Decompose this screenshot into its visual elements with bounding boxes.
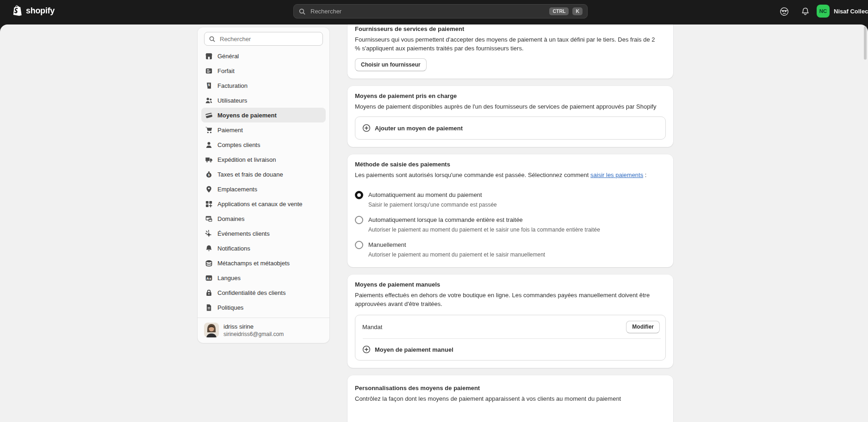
- manual-methods-card: Moyens de paiement manuels Paiements eff…: [347, 275, 673, 368]
- option-sublabel: Saisir le paiement lorsqu'une commande e…: [368, 201, 497, 209]
- add-payment-method-label: Ajouter un moyen de paiement: [375, 125, 463, 132]
- sidebar-item-metachamps-et-metaobjets[interactable]: Métachamps et métaobjets: [201, 256, 326, 270]
- billing-icon: $: [205, 82, 213, 90]
- sidebar-item-general[interactable]: Général: [201, 49, 326, 63]
- customizations-card: Personnalisations des moyens de paiement…: [347, 375, 673, 422]
- current-user-block: idriss sirine sirineidriss6@gmail.com: [198, 318, 329, 343]
- providers-description: Fournisseurs qui vous permettent d'accep…: [355, 35, 660, 53]
- sidebar-item-expedition-et-livraison[interactable]: Expédition et livraison: [201, 152, 326, 167]
- radio-button[interactable]: [355, 216, 363, 224]
- add-manual-method-row[interactable]: Moyen de paiement manuel: [355, 339, 665, 360]
- user-email: sirineidriss6@gmail.com: [223, 331, 284, 337]
- option-label: Automatiquement au moment du paiement: [368, 190, 497, 200]
- sidebar-item-paiement[interactable]: Paiement: [201, 122, 326, 137]
- policies-icon: [205, 304, 213, 312]
- choose-provider-button[interactable]: Choisir un fournisseur: [355, 58, 427, 71]
- capture-option-2: Automatiquement lorsque la commande enti…: [355, 215, 666, 234]
- payment-capture-card: Méthode de saisie des paiements Les paie…: [347, 154, 673, 267]
- settings-search-input[interactable]: [219, 35, 318, 43]
- svg-text:$: $: [208, 173, 210, 177]
- global-search-bar[interactable]: CTRL K: [293, 4, 588, 18]
- sidebar-nav: GénéralForfait$FacturationUtilisateursMo…: [198, 49, 329, 318]
- settings-modal: GénéralForfait$FacturationUtilisateursMo…: [0, 24, 868, 422]
- search-icon: [298, 8, 306, 15]
- supported-description: Moyens de paiement disponibles auprès de…: [355, 102, 660, 111]
- customer-account-icon: [205, 141, 213, 149]
- sidebar-item-comptes-clients[interactable]: Comptes clients: [201, 137, 326, 152]
- capture-option-3: ManuellementAutoriser le paiement au mom…: [355, 240, 666, 259]
- customer-events-icon: [205, 230, 213, 238]
- option-label: Manuellement: [368, 240, 545, 250]
- store-account-chip[interactable]: NC Nisaf Collecti: [817, 5, 868, 18]
- shortcut-k-key: K: [572, 7, 583, 15]
- users-icon: [205, 97, 213, 104]
- sidebar-item-domaines[interactable]: Domaines: [201, 211, 326, 226]
- option-sublabel: Autoriser le paiement au moment du paiem…: [368, 251, 545, 259]
- search-icon: [209, 36, 216, 43]
- capture-options-group: Automatiquement au moment du paiementSai…: [355, 190, 666, 260]
- shortcut-ctrl-key: CTRL: [549, 7, 569, 15]
- customizations-description: Contrôlez la façon dont les moyens de pa…: [355, 394, 660, 403]
- svg-text:a: a: [210, 276, 211, 280]
- sidebar-item-evenements-clients[interactable]: Événements clients: [201, 226, 326, 241]
- radio-button[interactable]: [355, 241, 363, 249]
- providers-title: Fournisseurs de services de paiement: [355, 25, 666, 32]
- vertical-scrollbar[interactable]: [864, 26, 867, 60]
- shopify-logo[interactable]: shopify: [12, 5, 55, 17]
- sidebar-item-forfait[interactable]: Forfait: [201, 63, 326, 78]
- sidebar-item-emplacements[interactable]: Emplacements: [201, 182, 326, 196]
- apps-icon: [205, 200, 213, 208]
- sidebar-item-facturation[interactable]: $Facturation: [201, 78, 326, 93]
- manual-method-name: Mandat: [362, 324, 382, 330]
- sidebar-item-taxes-et-frais-de-douane[interactable]: $Taxes et frais de douane: [201, 167, 326, 182]
- capture-payments-link[interactable]: saisir les paiements: [590, 171, 643, 178]
- sidebar-item-confidentialite-des-clients[interactable]: Confidentialité des clients: [201, 285, 326, 300]
- sidebar-item-moyens-de-paiement[interactable]: Moyens de paiement: [201, 108, 326, 122]
- plus-circle-icon: [362, 124, 371, 132]
- languages-icon: Aa: [205, 274, 213, 282]
- payment-providers-card: Fournisseurs de services de paiement Fou…: [347, 24, 673, 79]
- sidebar-item-politiques[interactable]: Politiques: [201, 300, 326, 315]
- capture-option-1: Automatiquement au moment du paiementSai…: [355, 190, 666, 209]
- capture-description: Les paiements sont autorisés lorsqu'une …: [355, 171, 660, 179]
- supported-methods-card: Moyens de paiement pris en charge Moyens…: [347, 86, 673, 147]
- metaobjects-icon: [205, 259, 213, 267]
- taxes-moneybag-icon: $: [205, 171, 213, 178]
- location-pin-icon: [205, 185, 213, 193]
- supported-title: Moyens de paiement pris en charge: [355, 92, 666, 99]
- add-payment-method-row[interactable]: Ajouter un moyen de paiement: [355, 116, 666, 140]
- user-avatar: [204, 323, 219, 337]
- privacy-lock-icon: [205, 289, 213, 297]
- domains-icon: [205, 215, 213, 223]
- sidebar-item-notifications[interactable]: Notifications: [201, 241, 326, 256]
- sidekick-icon[interactable]: [779, 6, 789, 17]
- manual-method-row: Mandat Modifier: [355, 315, 665, 338]
- plan-icon: [205, 67, 213, 75]
- checkout-cart-icon: [205, 126, 213, 134]
- top-bar: shopify CTRL K NC Nisaf Collecti: [0, 0, 868, 23]
- radio-button[interactable]: [355, 191, 363, 199]
- shopify-wordmark: shopify: [26, 6, 55, 16]
- sidebar-item-utilisateurs[interactable]: Utilisateurs: [201, 93, 326, 108]
- settings-sidebar: GénéralForfait$FacturationUtilisateursMo…: [198, 27, 329, 343]
- global-search-input[interactable]: [310, 7, 546, 15]
- sidebar-item-applications-et-canaux-de-vente[interactable]: Applications et canaux de vente: [201, 196, 326, 211]
- payments-icon: [205, 111, 213, 119]
- capture-title: Méthode de saisie des paiements: [355, 161, 666, 168]
- edit-manual-method-button[interactable]: Modifier: [626, 321, 660, 333]
- manual-description: Paiements effectués en dehors de votre b…: [355, 291, 660, 308]
- plus-circle-icon: [362, 345, 371, 354]
- store-avatar: NC: [817, 5, 830, 18]
- option-sublabel: Autoriser le paiement au moment du paiem…: [368, 226, 600, 234]
- notifications-bell-icon[interactable]: [800, 6, 811, 17]
- shipping-truck-icon: [205, 156, 213, 164]
- store-name: Nisaf Collecti: [834, 8, 868, 15]
- option-label: Automatiquement lorsque la commande enti…: [368, 215, 600, 225]
- customizations-title: Personnalisations des moyens de paiement: [355, 385, 666, 391]
- settings-content: Fournisseurs de services de paiement Fou…: [347, 24, 673, 422]
- settings-search-box[interactable]: [204, 32, 323, 46]
- sidebar-item-langues[interactable]: AaLangues: [201, 270, 326, 285]
- user-name: idriss sirine: [223, 323, 284, 330]
- bell-icon: [205, 245, 213, 252]
- store-icon: [205, 52, 213, 60]
